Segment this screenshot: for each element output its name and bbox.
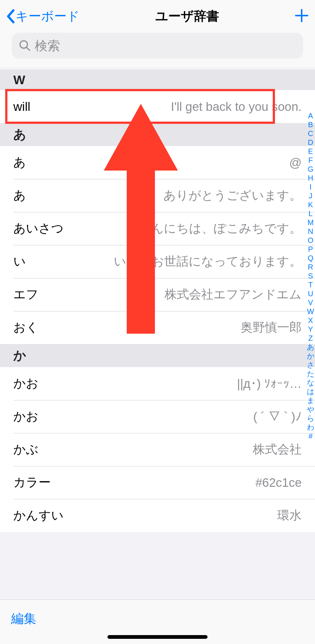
entry-shortcut: あ [13, 187, 26, 204]
entry-shortcut: おく [13, 319, 39, 336]
search-container [0, 33, 315, 67]
search-input[interactable] [35, 39, 296, 53]
back-label: キーボード [16, 8, 80, 25]
entry-shortcut: かんすい [13, 507, 64, 524]
index-letter[interactable]: あ [307, 343, 314, 351]
back-button[interactable]: キーボード [6, 8, 80, 25]
index-letter[interactable]: A [308, 111, 313, 120]
index-letter[interactable]: F [308, 156, 313, 165]
entry-phrase: いつもお世話になっております。 [114, 253, 302, 270]
index-letter[interactable]: G [308, 165, 314, 174]
index-letter[interactable]: I [309, 182, 312, 191]
index-letter[interactable]: わ [307, 423, 314, 432]
index-letter[interactable]: R [308, 262, 313, 271]
index-letter[interactable]: や [307, 405, 314, 414]
entry-phrase: こんにちは、ぽこみちです。 [139, 220, 302, 237]
dictionary-entry[interactable]: あ@ [0, 146, 315, 179]
entry-shortcut: かお [13, 375, 39, 392]
entry-phrase: 株式会社エフアンドエム [165, 286, 302, 303]
section-header: あ [0, 123, 315, 146]
section-index[interactable]: ABCDEFGHIJKLMNOPQRSTUVWXYZあかさたなはまやらわ# [307, 111, 314, 440]
entry-phrase: I'll get back to you soon. [171, 100, 302, 114]
index-letter[interactable]: H [308, 174, 313, 182]
index-letter[interactable]: W [307, 307, 314, 316]
entry-phrase: ( ´ ▽ ` )ﾉ [253, 410, 302, 424]
dictionary-entry[interactable]: いいつもお世話になっております。 [0, 245, 315, 278]
index-letter[interactable]: T [308, 280, 313, 289]
dictionary-entry[interactable]: あいさつこんにちは、ぽこみちです。 [0, 212, 315, 245]
entry-phrase: 環水 [277, 507, 302, 524]
entry-shortcut: かお [13, 408, 39, 425]
entry-shortcut: will [13, 100, 30, 114]
entry-phrase: ありがとうございます。 [163, 187, 302, 204]
chevron-left-icon [6, 9, 15, 24]
add-button[interactable] [294, 8, 309, 24]
index-letter[interactable]: E [308, 147, 313, 156]
index-letter[interactable]: # [308, 432, 312, 440]
index-letter[interactable]: ま [307, 396, 314, 405]
index-letter[interactable]: か [307, 351, 314, 360]
section-header: W [0, 70, 315, 90]
home-indicator [107, 635, 208, 639]
dictionary-entry[interactable]: かんすい環水 [0, 499, 315, 532]
index-letter[interactable]: V [308, 298, 313, 307]
dictionary-entry[interactable]: エフ株式会社エフアンドエム [0, 278, 315, 311]
edit-button[interactable]: 編集 [11, 610, 36, 627]
index-letter[interactable]: Y [308, 325, 313, 334]
svg-line-3 [27, 47, 30, 50]
dictionary-entry[interactable]: かお( ´ ▽ ` )ﾉ [0, 400, 315, 433]
page-title: ユーザ辞書 [155, 8, 219, 25]
entry-shortcut: かぶ [13, 441, 39, 458]
index-letter[interactable]: N [308, 227, 313, 236]
entry-phrase: 奥野慎一郎 [241, 319, 302, 336]
plus-icon [294, 8, 309, 23]
index-letter[interactable]: C [308, 129, 313, 138]
index-letter[interactable]: U [308, 289, 313, 298]
index-letter[interactable]: Z [308, 334, 313, 343]
index-letter[interactable]: J [309, 191, 312, 200]
entry-phrase: @ [289, 156, 302, 170]
entry-shortcut: カラー [13, 474, 51, 491]
index-letter[interactable]: Q [308, 254, 314, 262]
index-letter[interactable]: な [307, 378, 314, 387]
index-letter[interactable]: P [308, 245, 313, 254]
entry-shortcut: い [13, 253, 26, 270]
section-header: か [0, 344, 315, 367]
index-letter[interactable]: た [307, 369, 314, 378]
dictionary-entry[interactable]: カラー#62c1ce [0, 466, 315, 499]
index-letter[interactable]: K [308, 200, 313, 209]
entry-phrase: #62c1ce [255, 476, 302, 490]
search-field[interactable] [12, 33, 303, 59]
entry-phrase: ||д･) ｿｫｰｯ… [237, 377, 302, 391]
entry-phrase: 株式会社 [253, 441, 302, 458]
index-letter[interactable]: D [308, 138, 313, 147]
dictionary-entry[interactable]: かぶ株式会社 [0, 433, 315, 466]
index-letter[interactable]: X [308, 316, 313, 325]
dictionary-entry[interactable]: おく奥野慎一郎 [0, 311, 315, 344]
index-letter[interactable]: B [308, 120, 313, 129]
index-letter[interactable]: S [308, 271, 313, 280]
index-letter[interactable]: M [308, 218, 314, 227]
index-letter[interactable]: さ [307, 360, 314, 369]
dictionary-list[interactable]: WwillI'll get back to you soon.ああ@あありがとう… [0, 70, 315, 600]
index-letter[interactable]: は [307, 387, 314, 396]
dictionary-entry[interactable]: かお||д･) ｿｫｰｯ… [0, 367, 315, 400]
search-icon [19, 39, 31, 52]
dictionary-entry[interactable]: willI'll get back to you soon. [0, 90, 315, 123]
index-letter[interactable]: ら [307, 414, 314, 423]
nav-bar: キーボード ユーザ辞書 [0, 0, 315, 33]
index-letter[interactable]: O [308, 236, 314, 245]
entry-shortcut: あ [13, 154, 26, 171]
dictionary-entry[interactable]: あありがとうございます。 [0, 179, 315, 212]
entry-shortcut: あいさつ [13, 220, 64, 237]
entry-shortcut: エフ [13, 286, 39, 303]
index-letter[interactable]: L [308, 209, 312, 218]
